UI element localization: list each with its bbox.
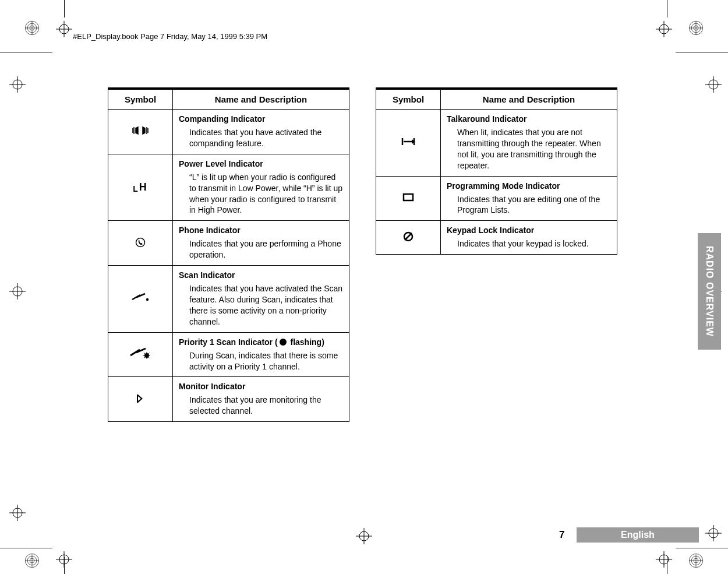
row-title: Companding Indicator <box>179 114 343 124</box>
priority-scan-icon <box>129 353 151 362</box>
table-row: LH Power Level Indicator“L” is lit up wh… <box>108 154 349 221</box>
registration-mark-icon <box>24 20 40 36</box>
row-body: Indicates that you have activated the Sc… <box>179 283 343 328</box>
crosshair-icon <box>6 280 29 303</box>
crosshair-icon <box>52 548 76 571</box>
language-footer: English <box>577 527 699 543</box>
monitor-icon <box>136 396 145 406</box>
crosshair-icon <box>652 17 676 41</box>
crosshair-icon <box>352 524 376 548</box>
svg-point-58 <box>146 298 149 301</box>
crop-mark <box>676 548 728 548</box>
page-number: 7 <box>559 529 564 541</box>
row-body: “L” is lit up when your radio is configu… <box>179 172 343 216</box>
row-body: Indicates that you have activated the co… <box>179 127 343 149</box>
registration-mark-icon <box>688 553 704 568</box>
row-body: Indicates that you are monitoring the se… <box>179 395 343 417</box>
table-row: Monitor IndicatorIndicates that you are … <box>108 377 349 422</box>
table-row: Scan IndicatorIndicates that you have ac… <box>108 266 349 333</box>
row-body: Indicates that your keypad is locked. <box>447 238 611 249</box>
crosshair-icon <box>6 501 29 524</box>
content-area: Symbol Name and Description Companding I… <box>108 87 614 422</box>
table-row: Keypad Lock IndicatorIndicates that your… <box>376 221 617 255</box>
crosshair-icon <box>702 522 725 545</box>
row-body: When lit, indicates that you are not tra… <box>447 127 611 171</box>
svg-point-57 <box>136 238 145 246</box>
crop-mark <box>0 52 52 52</box>
table-row: Programming Mode IndicatorIndicates that… <box>376 176 617 221</box>
col-header-symbol: Symbol <box>108 89 173 110</box>
crop-mark <box>64 0 65 17</box>
crop-mark <box>0 548 52 548</box>
registration-mark-icon <box>24 553 40 568</box>
row-body: Indicates that you are performing a Phon… <box>179 238 343 260</box>
scan-icon <box>131 295 150 305</box>
section-tab: RADIO OVERVIEW <box>698 233 721 350</box>
crop-mark <box>667 0 667 17</box>
crosshair-icon <box>6 73 29 96</box>
crosshair-icon <box>52 17 76 41</box>
page-header: #ELP_Display.book Page 7 Friday, May 14,… <box>73 32 267 41</box>
power-level-icon: LH <box>133 181 148 193</box>
row-title: Talkaround Indicator <box>447 114 611 124</box>
row-title: Power Level Indicator <box>179 159 343 168</box>
talkaround-icon <box>401 139 415 148</box>
row-body: During Scan, indicates that there is som… <box>179 350 343 372</box>
dot-icon <box>280 339 287 346</box>
row-title: Keypad Lock Indicator <box>447 226 611 235</box>
col-header-symbol: Symbol <box>376 89 441 110</box>
keypad-lock-icon <box>403 234 414 244</box>
table-right: Symbol Name and Description Talkaround I… <box>376 87 617 422</box>
row-title: Scan Indicator <box>179 270 343 280</box>
row-title: Monitor Indicator <box>179 382 343 391</box>
table-row: Talkaround IndicatorWhen lit, indicates … <box>376 110 617 177</box>
col-header-desc: Name and Description <box>173 89 349 110</box>
companding-icon <box>132 128 149 137</box>
svg-rect-68 <box>404 194 413 200</box>
registration-mark-icon <box>688 20 704 36</box>
row-body: Indicates that you are editing one of th… <box>447 194 611 216</box>
row-title: Phone Indicator <box>179 226 343 235</box>
table-row: Priority 1 Scan Indicator ( flashing)Dur… <box>108 332 349 377</box>
table-row: Companding IndicatorIndicates that you h… <box>108 110 349 154</box>
crosshair-icon <box>702 73 725 96</box>
programming-icon <box>402 195 414 204</box>
crosshair-icon <box>652 548 676 571</box>
col-header-desc: Name and Description <box>441 89 617 110</box>
row-title: Programming Mode Indicator <box>447 181 611 191</box>
table-row: Phone IndicatorIndicates that you are pe… <box>108 221 349 266</box>
crop-mark <box>676 52 728 52</box>
phone-icon <box>135 240 146 249</box>
row-title: Priority 1 Scan Indicator ( flashing) <box>179 337 343 347</box>
table-left: Symbol Name and Description Companding I… <box>108 87 349 422</box>
